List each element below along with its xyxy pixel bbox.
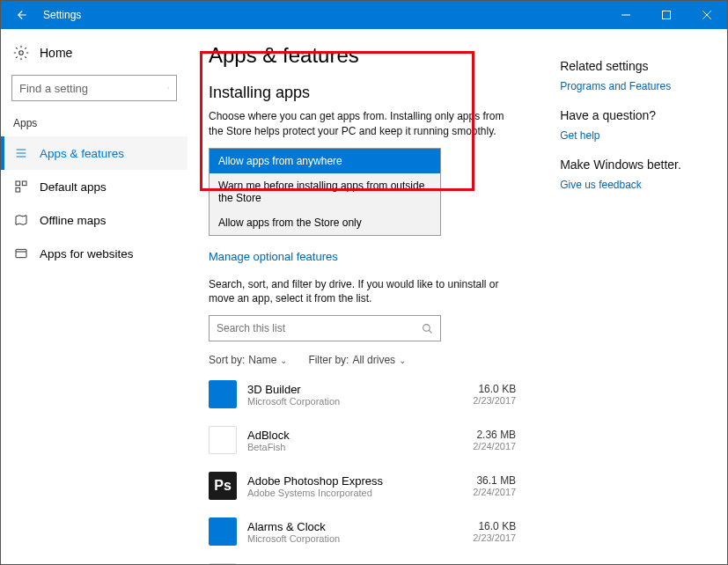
svg-rect-4: [22, 181, 26, 186]
app-name: AdBlock: [247, 429, 462, 442]
svg-point-1: [19, 51, 24, 55]
programs-features-link[interactable]: Programs and Features: [560, 80, 710, 92]
svg-rect-6: [16, 249, 26, 257]
aside: Related settings Programs and Features H…: [560, 43, 710, 564]
app-name: Adobe Photoshop Express: [247, 474, 462, 488]
svg-point-7: [423, 324, 430, 331]
app-size: 2.36 MB: [473, 429, 516, 441]
map-icon: [13, 212, 29, 228]
close-icon: [702, 11, 711, 19]
filter-by-control[interactable]: Filter by: All drives ⌄: [308, 354, 406, 366]
titlebar: Settings: [1, 1, 727, 29]
list-icon: [13, 145, 29, 161]
app-icon: [209, 426, 237, 454]
app-icon: a: [209, 563, 237, 564]
svg-point-2: [167, 87, 168, 88]
dropdown-option[interactable]: Allow apps from the Store only: [210, 210, 440, 235]
dropdown-option[interactable]: Warn me before installing apps from outs…: [210, 173, 440, 210]
window-title: Settings: [43, 9, 606, 21]
defaults-icon: [13, 179, 29, 194]
app-date: 2/23/2017: [473, 395, 516, 406]
back-button[interactable]: [1, 1, 40, 29]
svg-rect-3: [16, 181, 20, 186]
maximize-icon: [662, 11, 671, 19]
arrow-left-icon: [12, 7, 28, 23]
app-publisher: Microsoft Corporation: [247, 396, 462, 407]
app-name: Alarms & Clock: [247, 520, 462, 533]
home-button[interactable]: Home: [1, 40, 188, 66]
app-item[interactable]: PsAdobe Photoshop ExpressAdobe Systems I…: [209, 463, 516, 509]
get-help-link[interactable]: Get help: [560, 129, 710, 142]
app-item[interactable]: Alarms & ClockMicrosoft Corporation16.0 …: [209, 509, 516, 554]
sidebar-item-label: Offline maps: [40, 214, 107, 227]
maximize-button[interactable]: [646, 1, 687, 29]
home-label: Home: [40, 46, 72, 60]
minimize-button[interactable]: [606, 1, 646, 29]
app-item[interactable]: AdBlockBetaFish2.36 MB2/24/2017: [209, 417, 516, 463]
sidebar: Home Apps Apps & features Default apps O…: [1, 29, 188, 564]
sort-by-control[interactable]: Sort by: Name ⌄: [209, 354, 287, 366]
list-desc: Search, sort, and filter by drive. If yo…: [209, 277, 516, 307]
related-settings-heading: Related settings: [560, 59, 710, 73]
app-icon: [209, 380, 237, 408]
app-icon: [209, 517, 237, 546]
install-source-dropdown[interactable]: Allow apps from anywhere Warn me before …: [209, 148, 441, 236]
app-date: 2/24/2017: [473, 487, 516, 497]
sidebar-item-offline-maps[interactable]: Offline maps: [1, 203, 188, 237]
section-label: Apps: [1, 117, 188, 136]
app-size: 36.1 MB: [473, 474, 516, 487]
sort-value: Name: [248, 354, 276, 366]
settings-search[interactable]: [11, 75, 177, 101]
app-item[interactable]: 3D BuilderMicrosoft Corporation16.0 KB2/…: [209, 371, 516, 417]
gear-icon: [13, 45, 29, 61]
app-date: 2/23/2017: [473, 532, 516, 543]
filter-label: Filter by:: [308, 354, 349, 366]
app-name: 3D Builder: [247, 383, 462, 396]
sort-label: Sort by:: [209, 354, 245, 366]
app-size: 16.0 KB: [473, 520, 516, 532]
app-list-search[interactable]: [209, 315, 441, 341]
websites-icon: [13, 246, 29, 261]
window-controls: [606, 1, 727, 29]
chevron-down-icon: ⌄: [399, 356, 406, 365]
close-button[interactable]: [687, 1, 727, 29]
search-icon: [422, 323, 433, 334]
sidebar-item-default-apps[interactable]: Default apps: [1, 170, 188, 203]
app-publisher: Microsoft Corporation: [247, 533, 462, 544]
manage-optional-features-link[interactable]: Manage optional features: [209, 250, 516, 263]
sidebar-item-label: Default apps: [40, 180, 107, 194]
sidebar-item-apps-websites[interactable]: Apps for websites: [1, 237, 188, 270]
sidebar-item-label: Apps & features: [40, 147, 124, 160]
main-panel: Apps & features Installing apps Choose w…: [188, 29, 727, 564]
app-publisher: Adobe Systems Incorporated: [247, 488, 462, 498]
app-date: 2/24/2017: [473, 441, 516, 451]
search-input[interactable]: [19, 82, 167, 95]
search-icon: [167, 82, 169, 94]
app-size: 16.0 KB: [473, 383, 516, 395]
app-search-input[interactable]: [217, 322, 422, 334]
svg-rect-5: [16, 187, 20, 192]
svg-rect-0: [663, 11, 671, 19]
question-heading: Have a question?: [560, 108, 710, 122]
dropdown-option[interactable]: Allow apps from anywhere: [210, 149, 440, 173]
better-heading: Make Windows better.: [560, 158, 710, 172]
page-title: Apps & features: [209, 43, 516, 68]
installing-apps-heading: Installing apps: [209, 84, 516, 102]
app-publisher: BetaFish: [247, 442, 462, 452]
sidebar-item-label: Apps for websites: [40, 247, 134, 260]
app-list: 3D BuilderMicrosoft Corporation16.0 KB2/…: [209, 371, 516, 564]
installing-apps-desc: Choose where you can get apps from. Inst…: [209, 109, 516, 139]
chevron-down-icon: ⌄: [280, 356, 287, 365]
filter-value: All drives: [352, 354, 395, 366]
app-icon: Ps: [209, 472, 237, 500]
feedback-link[interactable]: Give us feedback: [560, 179, 710, 191]
app-item[interactable]: aAmazon AssistantAmazon.com764 KB2/24/20…: [209, 554, 516, 564]
sidebar-item-apps-features[interactable]: Apps & features: [1, 136, 188, 170]
minimize-icon: [621, 11, 630, 19]
